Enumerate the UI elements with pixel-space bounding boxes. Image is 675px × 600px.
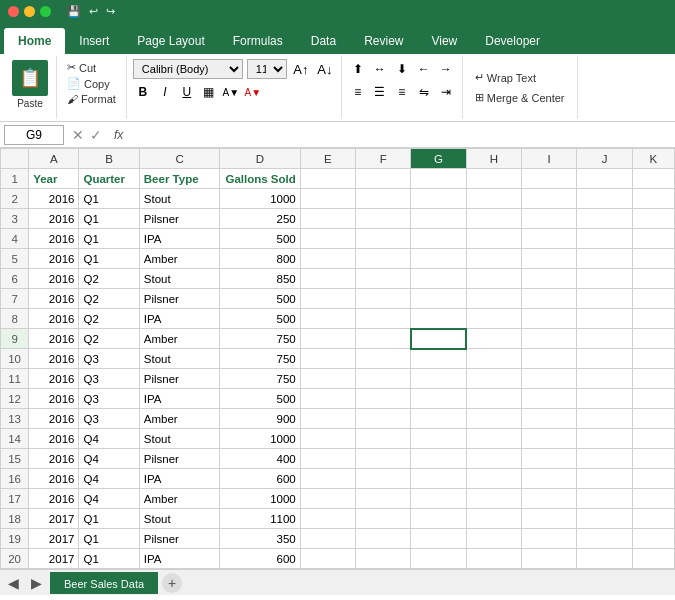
cell-4-K[interactable] — [632, 229, 674, 249]
cell-11-G[interactable] — [411, 369, 466, 389]
cell-10-G[interactable] — [411, 349, 466, 369]
cell-16-K[interactable] — [632, 469, 674, 489]
tab-developer[interactable]: Developer — [471, 28, 554, 54]
cell-15-J[interactable] — [577, 449, 632, 469]
tab-formulas[interactable]: Formulas — [219, 28, 297, 54]
minimize-button[interactable] — [24, 6, 35, 17]
tab-page-layout[interactable]: Page Layout — [123, 28, 218, 54]
save-icon[interactable]: 💾 — [67, 5, 81, 18]
cell-1-E[interactable] — [300, 169, 355, 189]
cell-12-G[interactable] — [411, 389, 466, 409]
cell-12-D[interactable]: 500 — [220, 389, 300, 409]
col-header-E[interactable]: E — [300, 149, 355, 169]
cell-6-G[interactable] — [411, 269, 466, 289]
cell-19-I[interactable] — [522, 529, 577, 549]
cell-17-F[interactable] — [356, 489, 411, 509]
cell-10-J[interactable] — [577, 349, 632, 369]
cell-4-F[interactable] — [356, 229, 411, 249]
cell-9-C[interactable]: Amber — [139, 329, 219, 349]
cell-1-G[interactable] — [411, 169, 466, 189]
cell-11-J[interactable] — [577, 369, 632, 389]
cell-8-A[interactable]: 2016 — [29, 309, 79, 329]
cell-15-H[interactable] — [466, 449, 521, 469]
cell-8-J[interactable] — [577, 309, 632, 329]
cell-11-B[interactable]: Q3 — [79, 369, 139, 389]
col-header-F[interactable]: F — [356, 149, 411, 169]
cell-19-J[interactable] — [577, 529, 632, 549]
cell-12-I[interactable] — [522, 389, 577, 409]
borders-button[interactable]: ▦ — [199, 82, 219, 102]
cell-12-J[interactable] — [577, 389, 632, 409]
cell-12-B[interactable]: Q3 — [79, 389, 139, 409]
cell-12-E[interactable] — [300, 389, 355, 409]
cell-17-G[interactable] — [411, 489, 466, 509]
cell-20-H[interactable] — [466, 549, 521, 569]
cell-16-H[interactable] — [466, 469, 521, 489]
cell-19-C[interactable]: Pilsner — [139, 529, 219, 549]
cell-4-D[interactable]: 500 — [220, 229, 300, 249]
cell-7-H[interactable] — [466, 289, 521, 309]
cell-17-E[interactable] — [300, 489, 355, 509]
merge-center-button[interactable]: ⊞ Merge & Center — [471, 89, 569, 106]
undo-icon[interactable]: ↩ — [89, 5, 98, 18]
indent-button[interactable]: ⇥ — [436, 82, 456, 102]
cell-13-E[interactable] — [300, 409, 355, 429]
cell-10-H[interactable] — [466, 349, 521, 369]
cell-2-F[interactable] — [356, 189, 411, 209]
cell-18-A[interactable]: 2017 — [29, 509, 79, 529]
cell-18-B[interactable]: Q1 — [79, 509, 139, 529]
cell-1-H[interactable] — [466, 169, 521, 189]
cell-5-B[interactable]: Q1 — [79, 249, 139, 269]
indent-increase-button[interactable]: → — [436, 59, 456, 79]
cell-1-D[interactable]: Gallons Sold — [220, 169, 300, 189]
cell-10-C[interactable]: Stout — [139, 349, 219, 369]
cell-13-J[interactable] — [577, 409, 632, 429]
cell-2-E[interactable] — [300, 189, 355, 209]
italic-button[interactable]: I — [155, 82, 175, 102]
cell-17-K[interactable] — [632, 489, 674, 509]
cell-1-K[interactable] — [632, 169, 674, 189]
cell-13-A[interactable]: 2016 — [29, 409, 79, 429]
cell-15-I[interactable] — [522, 449, 577, 469]
cell-16-F[interactable] — [356, 469, 411, 489]
col-header-H[interactable]: H — [466, 149, 521, 169]
cell-7-E[interactable] — [300, 289, 355, 309]
cell-9-E[interactable] — [300, 329, 355, 349]
cell-9-J[interactable] — [577, 329, 632, 349]
cell-5-G[interactable] — [411, 249, 466, 269]
cell-16-E[interactable] — [300, 469, 355, 489]
indent-decrease-button[interactable]: ← — [414, 59, 434, 79]
cell-2-C[interactable]: Stout — [139, 189, 219, 209]
cell-5-C[interactable]: Amber — [139, 249, 219, 269]
cell-2-J[interactable] — [577, 189, 632, 209]
tab-data[interactable]: Data — [297, 28, 350, 54]
cell-6-A[interactable]: 2016 — [29, 269, 79, 289]
cell-1-B[interactable]: Quarter — [79, 169, 139, 189]
cell-4-C[interactable]: IPA — [139, 229, 219, 249]
cell-14-H[interactable] — [466, 429, 521, 449]
tab-insert[interactable]: Insert — [65, 28, 123, 54]
cell-15-F[interactable] — [356, 449, 411, 469]
cell-6-B[interactable]: Q2 — [79, 269, 139, 289]
cell-6-I[interactable] — [522, 269, 577, 289]
cell-15-C[interactable]: Pilsner — [139, 449, 219, 469]
cell-18-F[interactable] — [356, 509, 411, 529]
cell-20-I[interactable] — [522, 549, 577, 569]
cell-7-D[interactable]: 500 — [220, 289, 300, 309]
cell-13-G[interactable] — [411, 409, 466, 429]
cell-6-C[interactable]: Stout — [139, 269, 219, 289]
cell-18-J[interactable] — [577, 509, 632, 529]
cell-4-A[interactable]: 2016 — [29, 229, 79, 249]
cell-10-B[interactable]: Q3 — [79, 349, 139, 369]
cell-10-E[interactable] — [300, 349, 355, 369]
cell-3-D[interactable]: 250 — [220, 209, 300, 229]
cell-11-K[interactable] — [632, 369, 674, 389]
cell-4-J[interactable] — [577, 229, 632, 249]
cell-13-D[interactable]: 900 — [220, 409, 300, 429]
cell-7-K[interactable] — [632, 289, 674, 309]
tab-review[interactable]: Review — [350, 28, 417, 54]
cell-11-I[interactable] — [522, 369, 577, 389]
cell-14-B[interactable]: Q4 — [79, 429, 139, 449]
cell-10-I[interactable] — [522, 349, 577, 369]
cell-8-I[interactable] — [522, 309, 577, 329]
